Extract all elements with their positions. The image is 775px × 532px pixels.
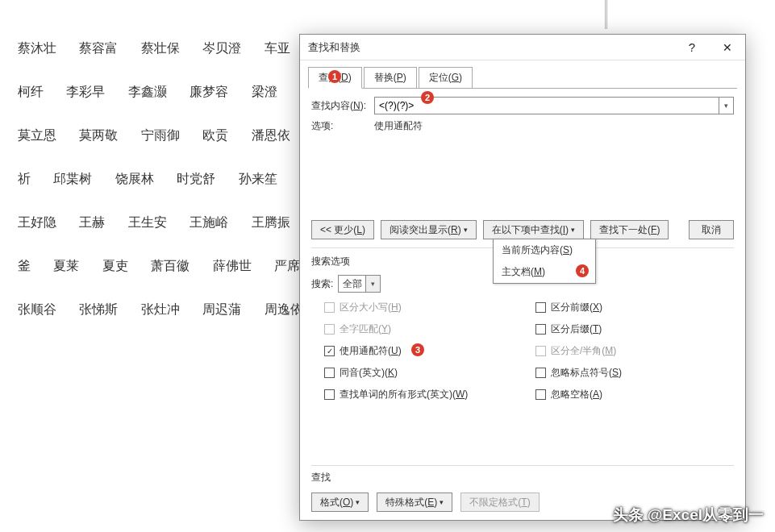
tabs: 查找(D) 1 替换(P) 定位(G)	[300, 60, 745, 89]
dialog-body: 查找内容(N): ▾ 2 选项: 使用通配符 << 更少(L) 阅读突出显示(R…	[300, 89, 745, 520]
name-cell: 莫两敬	[79, 129, 118, 142]
options-value: 使用通配符	[374, 119, 423, 133]
less-button[interactable]: << 更少(L)	[311, 220, 374, 239]
name-cell: 李鑫灏	[128, 85, 167, 98]
find-content-label: 查找内容(N):	[311, 99, 374, 113]
find-next-button[interactable]: 查找下一处(F)	[590, 220, 669, 239]
tab-goto[interactable]: 定位(G)	[419, 67, 473, 89]
name-cell: 夏吏	[102, 260, 128, 272]
options-label: 选项:	[311, 119, 374, 133]
name-cell: 王赫	[79, 216, 105, 229]
dialog-title: 查找和替换	[308, 40, 360, 55]
checkbox-match-case: 区分大小写(H)	[324, 301, 523, 314]
name-cell: 萧百徽	[151, 260, 190, 272]
name-cell: 邱枼树	[53, 172, 92, 185]
name-cell: 严席	[274, 260, 300, 272]
chevron-down-icon: ▾	[365, 276, 380, 292]
name-cell: 张灶冲	[141, 303, 180, 316]
badge-3: 3	[411, 343, 424, 356]
special-format-button[interactable]: 特殊格式(E)	[377, 493, 452, 512]
checkbox-all-forms[interactable]: 查找单词的所有形式(英文)(W)	[324, 388, 523, 401]
find-in-button[interactable]: 在以下项中查找(I)	[483, 220, 584, 239]
name-cell: 蔡容富	[79, 42, 118, 55]
tab-replace[interactable]: 替换(P)	[364, 67, 417, 89]
checkbox-match-prefix[interactable]: 区分前缀(X)	[535, 301, 734, 314]
checkbox-sounds-like[interactable]: 同音(英文)(K)	[324, 366, 523, 380]
checkbox-ignore-punct[interactable]: 忽略标点符号(S)	[535, 366, 734, 380]
name-cell: 廉梦容	[190, 85, 228, 98]
button-row: << 更少(L) 阅读突出显示(R) 在以下项中查找(I) 查找下一处(F) 取…	[311, 220, 734, 246]
name-cell: 饶展林	[115, 172, 154, 185]
name-cell: 周迟蒲	[202, 303, 241, 316]
no-format-button: 不限定格式(T)	[460, 493, 539, 512]
find-in-menu: 当前所选内容(S) 主文档(M) 4	[493, 239, 596, 284]
tab-find[interactable]: 查找(D) 1	[308, 67, 362, 89]
name-cell: 蔡壮保	[141, 42, 180, 55]
menu-item-main-doc[interactable]: 主文档(M) 4	[494, 261, 595, 283]
name-cell: 岑贝澄	[202, 42, 241, 55]
name-cell: 周逸依	[265, 303, 303, 316]
find-format-title: 查找	[311, 471, 734, 484]
find-replace-dialog: 查找和替换 ? ✕ 查找(D) 1 替换(P) 定位(G) 查找内容(N): ▾…	[299, 34, 746, 521]
close-button[interactable]: ✕	[710, 35, 745, 60]
name-cell: 孙来笙	[239, 172, 277, 185]
name-cell: 张悌斯	[79, 303, 118, 316]
name-cell: 祈	[18, 172, 31, 185]
cancel-button[interactable]: 取消	[689, 220, 734, 239]
name-cell: 车亚	[265, 42, 290, 55]
name-cell: 王施峪	[190, 216, 228, 229]
options-row: 选项: 使用通配符	[311, 119, 734, 133]
checkbox-ignore-space[interactable]: 忽略空格(A)	[535, 388, 734, 401]
name-cell: 柯纤	[18, 85, 44, 98]
name-cell: 釜	[18, 260, 31, 272]
name-cell: 张顺谷	[18, 303, 56, 316]
name-cell: 夏莱	[53, 260, 79, 272]
name-cell: 欧贡	[202, 129, 228, 142]
name-cell: 莫立恩	[18, 129, 56, 142]
name-cell: 蔡沐壮	[18, 42, 56, 55]
find-content-dropdown-icon[interactable]: ▾	[719, 97, 734, 114]
badge-4: 4	[576, 264, 589, 277]
name-cell: 薛佛世	[213, 260, 252, 272]
badge-2: 2	[421, 91, 434, 104]
checkbox-full-half: 区分全/半角(M)	[535, 344, 734, 358]
reading-highlight-button[interactable]: 阅读突出显示(R)	[381, 220, 477, 239]
name-cell: 时党舒	[177, 172, 215, 185]
checkbox-match-suffix[interactable]: 区分后缀(T)	[535, 322, 734, 336]
search-scope-select[interactable]: 全部 ▾	[338, 275, 381, 293]
watermark: 头条 @Excel从零到一	[613, 505, 764, 526]
format-button[interactable]: 格式(O)	[311, 493, 369, 512]
ruler-marker	[605, 0, 607, 29]
search-scope-value: 全部	[343, 277, 362, 291]
name-cell: 梁澄	[252, 85, 277, 98]
help-button[interactable]: ?	[674, 35, 710, 60]
find-content-row: 查找内容(N): ▾ 2	[311, 97, 734, 114]
name-cell: 李彩早	[66, 85, 105, 98]
name-cell: 王腾振	[252, 216, 290, 229]
search-scope-label: 搜索:	[311, 277, 333, 291]
menu-item-selection[interactable]: 当前所选内容(S)	[494, 239, 595, 261]
name-cell: 宁雨御	[141, 129, 180, 142]
name-cell: 王生安	[128, 216, 167, 229]
checkbox-grid: 区分大小写(H) 全字匹配(Y) 使用通配符(U) 3 同音(英文)(K) 查找…	[311, 301, 734, 401]
titlebar[interactable]: 查找和替换 ? ✕	[300, 35, 745, 60]
checkbox-whole-word: 全字匹配(Y)	[324, 322, 523, 336]
badge-1: 1	[328, 70, 341, 83]
name-cell: 潘恩依	[252, 129, 290, 142]
name-cell: 王好隐	[18, 216, 56, 229]
checkbox-use-wildcards[interactable]: 使用通配符(U) 3	[324, 344, 523, 358]
